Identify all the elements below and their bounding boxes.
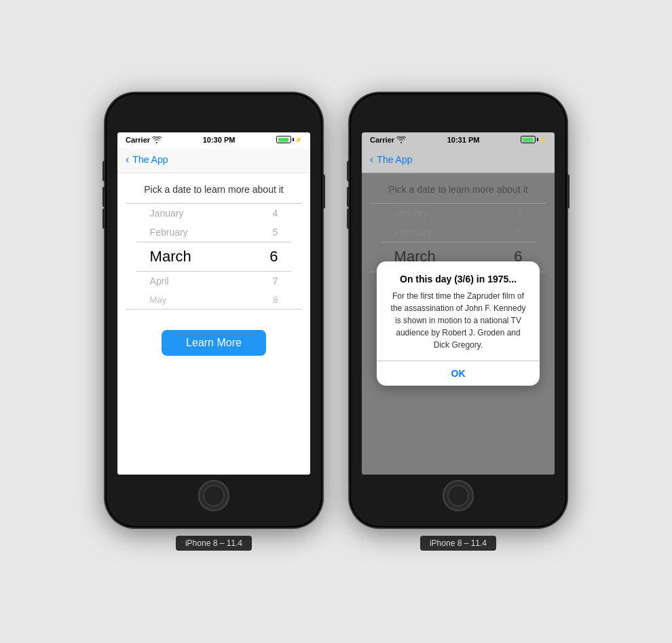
screen-2: Carrier 10:31 PM xyxy=(362,132,555,475)
carrier-1: Carrier xyxy=(126,136,162,144)
battery-body-1 xyxy=(276,136,291,143)
wifi-icon-2 xyxy=(396,136,406,143)
carrier-text-2: Carrier xyxy=(370,136,394,144)
device-label-2: iPhone 8 – 11.4 xyxy=(420,536,496,551)
main-content-2: Pick a date to learn more about it Janua… xyxy=(362,173,555,475)
phone-2: Carrier 10:31 PM xyxy=(350,93,567,528)
chevron-icon-1: ‹ xyxy=(126,153,129,166)
main-content-1: Pick a date to learn more about it Janua… xyxy=(117,173,310,475)
battery-1: ⚡ xyxy=(276,136,302,143)
status-right-1: ⚡ xyxy=(276,136,302,143)
home-button-inner-2 xyxy=(447,485,469,507)
back-button-1[interactable]: ‹ The App xyxy=(126,153,168,166)
screen-1: Carrier 10:30 PM xyxy=(117,132,310,475)
carrier-2: Carrier xyxy=(370,136,406,144)
battery-2: ⚡ xyxy=(521,136,546,143)
pick-date-title-1: Pick a date to learn more about it xyxy=(144,184,283,195)
bolt-2: ⚡ xyxy=(539,136,546,143)
alert-title: On this day (3/6) in 1975... xyxy=(388,274,529,284)
picker-row-march-selected[interactable]: March 6 xyxy=(136,242,292,272)
nav-bar-1: ‹ The App xyxy=(117,147,310,173)
alert-overlay: On this day (3/6) in 1975... For the fir… xyxy=(362,173,555,475)
battery-tip-1 xyxy=(293,138,294,141)
date-picker-1[interactable]: January 4 February 5 March 6 April xyxy=(126,203,302,310)
picker-row-jan[interactable]: January 4 xyxy=(136,204,292,223)
alert-content: On this day (3/6) in 1975... For the fir… xyxy=(377,261,540,361)
wifi-icon-1 xyxy=(152,136,162,143)
battery-body-2 xyxy=(521,136,536,143)
picker-row-may[interactable]: May 8 xyxy=(136,291,292,309)
learn-more-button[interactable]: Learn More xyxy=(162,330,266,356)
alert-message: For the first time the Zapruder film of … xyxy=(388,290,529,351)
carrier-text-1: Carrier xyxy=(126,136,150,144)
alert-ok-button[interactable]: OK xyxy=(377,361,540,386)
chevron-icon-2: ‹ xyxy=(370,153,373,166)
time-2: 10:31 PM xyxy=(447,136,480,144)
alert-box: On this day (3/6) in 1975... For the fir… xyxy=(377,261,540,386)
time-1: 10:30 PM xyxy=(203,136,236,144)
home-button-2[interactable] xyxy=(443,480,474,511)
picker-row-apr[interactable]: April 7 xyxy=(136,272,292,291)
picker-row-feb[interactable]: February 5 xyxy=(136,223,292,242)
battery-tip-2 xyxy=(537,138,538,141)
status-bar-1: Carrier 10:30 PM xyxy=(117,132,310,147)
back-label-2: The App xyxy=(377,154,412,165)
bolt-1: ⚡ xyxy=(295,136,302,143)
back-label-1: The App xyxy=(132,154,168,165)
phone-1: Carrier 10:30 PM xyxy=(105,93,322,528)
device-label-1: iPhone 8 – 11.4 xyxy=(176,536,252,551)
status-right-2: ⚡ xyxy=(521,136,546,143)
scene: Carrier 10:30 PM xyxy=(92,79,580,564)
nav-bar-2: ‹ The App xyxy=(362,147,555,173)
battery-fill-2 xyxy=(523,138,533,142)
home-button-inner-1 xyxy=(203,485,225,507)
status-bar-2: Carrier 10:31 PM xyxy=(362,132,555,147)
battery-fill-1 xyxy=(278,138,288,142)
home-button-1[interactable] xyxy=(198,480,229,511)
back-button-2[interactable]: ‹ The App xyxy=(370,153,412,166)
